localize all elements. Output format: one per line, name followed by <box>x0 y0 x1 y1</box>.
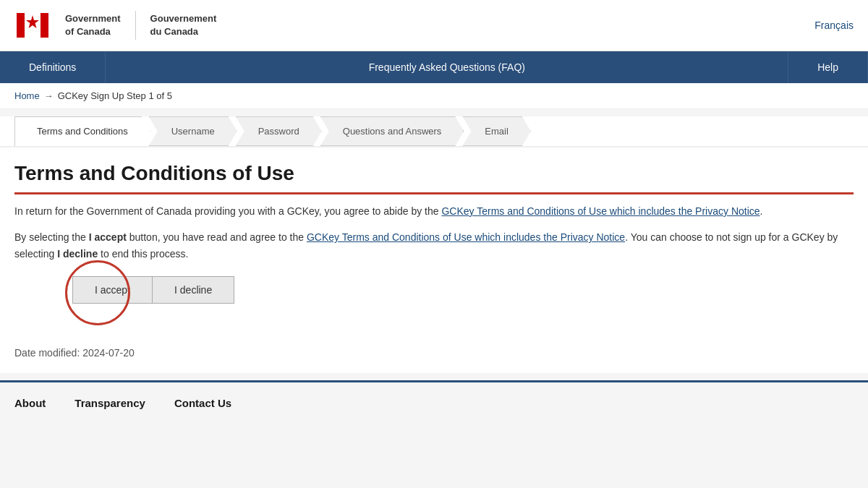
footer-col-about: About <box>14 397 46 415</box>
site-header: Government of Canada Gouvernement du Can… <box>0 0 868 51</box>
tab-questions-answers[interactable]: Questions and Answers <box>320 116 464 146</box>
decline-bold: I decline <box>57 248 98 260</box>
decline-button[interactable]: I decline <box>153 276 234 304</box>
paragraph-1: In return for the Government of Canada p… <box>14 203 854 219</box>
svg-rect-1 <box>41 13 48 38</box>
action-buttons: I accept I decline <box>72 276 854 304</box>
footer-about-title: About <box>14 397 46 409</box>
step-tabs: Terms and Conditions Username Password Q… <box>0 116 868 147</box>
terms-link-2[interactable]: GCKey Terms and Conditions of Use which … <box>307 231 625 243</box>
header-logo-area: Government of Canada Gouvernement du Can… <box>14 7 216 43</box>
accept-bold: I accept <box>89 231 127 243</box>
breadcrumb-home[interactable]: Home <box>14 90 40 101</box>
canada-flag-icon <box>14 7 51 43</box>
main-content: Terms and Conditions of Use In return fo… <box>0 147 868 333</box>
breadcrumb-arrow: → <box>44 90 54 101</box>
footer-columns: About Transparency Contact Us <box>14 397 854 415</box>
svg-rect-0 <box>17 13 25 38</box>
nav-definitions[interactable]: Definitions <box>0 51 106 83</box>
site-footer: About Transparency Contact Us <box>0 380 868 429</box>
main-navbar: Definitions Frequently Asked Questions (… <box>0 51 868 83</box>
page-title: Terms and Conditions of Use <box>14 162 854 194</box>
nav-faq[interactable]: Frequently Asked Questions (FAQ) <box>106 51 788 83</box>
paragraph-2: By selecting the I accept button, you ha… <box>14 229 854 262</box>
language-toggle[interactable]: Français <box>814 20 854 31</box>
tab-terms-conditions[interactable]: Terms and Conditions <box>14 116 150 146</box>
footer-col-transparency: Transparency <box>75 397 145 415</box>
nav-help[interactable]: Help <box>788 51 868 83</box>
breadcrumb: Home → GCKey Sign Up Step 1 of 5 <box>0 83 868 109</box>
tab-password[interactable]: Password <box>236 116 322 146</box>
tab-email[interactable]: Email <box>462 116 531 146</box>
govt-en-wordmark: Government of Canada <box>65 12 121 38</box>
terms-link-1[interactable]: GCKey Terms and Conditions of Use which … <box>441 205 760 217</box>
breadcrumb-current: GCKey Sign Up Step 1 of 5 <box>58 90 172 101</box>
footer-contact-title: Contact Us <box>174 397 231 409</box>
govt-fr-wordmark: Gouvernement du Canada <box>150 12 217 38</box>
accept-button[interactable]: I accept <box>72 276 153 304</box>
date-modified: Date modified: 2024-07-20 <box>0 333 868 373</box>
footer-col-contact: Contact Us <box>174 397 231 415</box>
header-divider <box>135 11 136 40</box>
footer-transparency-title: Transparency <box>75 397 145 409</box>
tab-username[interactable]: Username <box>149 116 237 146</box>
